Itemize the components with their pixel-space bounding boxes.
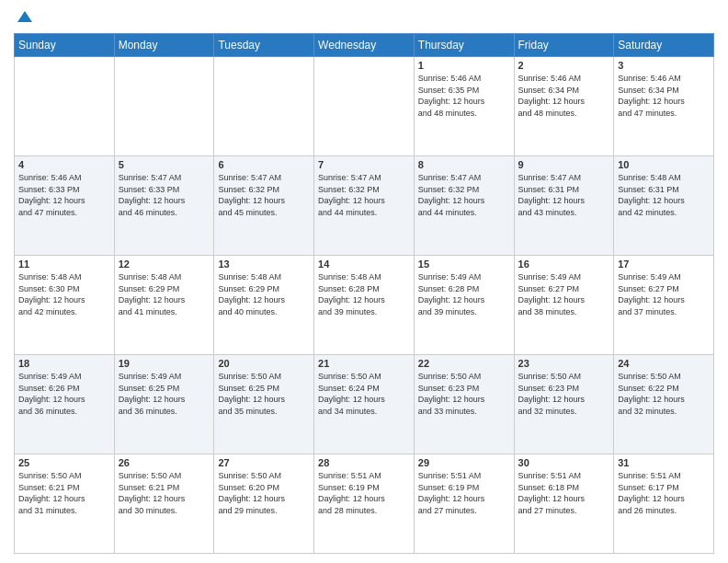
calendar-cell: 15Sunrise: 5:49 AM Sunset: 6:28 PM Dayli…	[414, 256, 514, 355]
calendar-cell	[314, 57, 415, 156]
calendar-cell: 22Sunrise: 5:50 AM Sunset: 6:23 PM Dayli…	[414, 355, 514, 454]
logo-text	[14, 9, 34, 28]
cell-info: Sunrise: 5:46 AM Sunset: 6:34 PM Dayligh…	[518, 73, 610, 119]
logo	[14, 9, 34, 28]
calendar-cell: 25Sunrise: 5:50 AM Sunset: 6:21 PM Dayli…	[15, 454, 115, 554]
calendar-cell: 7Sunrise: 5:47 AM Sunset: 6:32 PM Daylig…	[314, 156, 415, 256]
calendar-cell: 26Sunrise: 5:50 AM Sunset: 6:21 PM Dayli…	[114, 454, 214, 554]
day-header-sunday: Sunday	[15, 34, 115, 57]
day-number: 10	[618, 159, 710, 170]
calendar-body: 1Sunrise: 5:46 AM Sunset: 6:35 PM Daylig…	[15, 57, 714, 554]
header	[14, 9, 714, 28]
day-number: 12	[119, 259, 210, 270]
calendar-cell: 30Sunrise: 5:51 AM Sunset: 6:18 PM Dayli…	[514, 454, 614, 554]
day-number: 26	[119, 457, 210, 468]
week-row-0: 1Sunrise: 5:46 AM Sunset: 6:35 PM Daylig…	[15, 57, 714, 156]
calendar-cell: 27Sunrise: 5:50 AM Sunset: 6:20 PM Dayli…	[214, 454, 314, 554]
day-header-tuesday: Tuesday	[214, 34, 314, 57]
calendar-cell	[214, 57, 314, 156]
cell-info: Sunrise: 5:51 AM Sunset: 6:18 PM Dayligh…	[518, 470, 610, 516]
calendar-cell: 9Sunrise: 5:47 AM Sunset: 6:31 PM Daylig…	[514, 156, 614, 256]
cell-info: Sunrise: 5:46 AM Sunset: 6:35 PM Dayligh…	[418, 73, 510, 119]
cell-info: Sunrise: 5:51 AM Sunset: 6:19 PM Dayligh…	[418, 470, 510, 516]
calendar-cell	[114, 57, 214, 156]
day-number: 20	[218, 358, 310, 369]
calendar-cell: 10Sunrise: 5:48 AM Sunset: 6:31 PM Dayli…	[614, 156, 714, 256]
calendar-cell: 24Sunrise: 5:50 AM Sunset: 6:22 PM Dayli…	[614, 355, 714, 454]
calendar-cell: 29Sunrise: 5:51 AM Sunset: 6:19 PM Dayli…	[414, 454, 514, 554]
cell-info: Sunrise: 5:47 AM Sunset: 6:32 PM Dayligh…	[418, 172, 510, 218]
calendar-cell: 19Sunrise: 5:49 AM Sunset: 6:25 PM Dayli…	[114, 355, 214, 454]
page: SundayMondayTuesdayWednesdayThursdayFrid…	[0, 0, 728, 563]
cell-info: Sunrise: 5:48 AM Sunset: 6:28 PM Dayligh…	[318, 271, 410, 317]
day-number: 21	[318, 358, 410, 369]
calendar-cell: 20Sunrise: 5:50 AM Sunset: 6:25 PM Dayli…	[214, 355, 314, 454]
day-number: 17	[618, 259, 710, 270]
day-number: 27	[218, 457, 310, 468]
day-header-thursday: Thursday	[414, 34, 514, 57]
day-number: 4	[18, 159, 110, 170]
calendar-cell: 28Sunrise: 5:51 AM Sunset: 6:19 PM Dayli…	[314, 454, 415, 554]
calendar-cell: 16Sunrise: 5:49 AM Sunset: 6:27 PM Dayli…	[514, 256, 614, 355]
day-number: 19	[119, 358, 210, 369]
cell-info: Sunrise: 5:48 AM Sunset: 6:31 PM Dayligh…	[618, 172, 710, 218]
calendar-cell: 6Sunrise: 5:47 AM Sunset: 6:32 PM Daylig…	[214, 156, 314, 256]
calendar-cell: 1Sunrise: 5:46 AM Sunset: 6:35 PM Daylig…	[414, 57, 514, 156]
calendar-table: SundayMondayTuesdayWednesdayThursdayFrid…	[14, 33, 714, 554]
calendar-cell: 2Sunrise: 5:46 AM Sunset: 6:34 PM Daylig…	[514, 57, 614, 156]
cell-info: Sunrise: 5:49 AM Sunset: 6:27 PM Dayligh…	[518, 271, 610, 317]
calendar-cell: 21Sunrise: 5:50 AM Sunset: 6:24 PM Dayli…	[314, 355, 415, 454]
calendar-cell: 11Sunrise: 5:48 AM Sunset: 6:30 PM Dayli…	[15, 256, 115, 355]
cell-info: Sunrise: 5:49 AM Sunset: 6:27 PM Dayligh…	[618, 271, 710, 317]
cell-info: Sunrise: 5:47 AM Sunset: 6:32 PM Dayligh…	[318, 172, 410, 218]
calendar-cell: 12Sunrise: 5:48 AM Sunset: 6:29 PM Dayli…	[114, 256, 214, 355]
svg-marker-0	[17, 11, 32, 22]
day-number: 9	[518, 159, 610, 170]
day-number: 8	[418, 159, 510, 170]
day-number: 30	[518, 457, 610, 468]
cell-info: Sunrise: 5:49 AM Sunset: 6:25 PM Dayligh…	[119, 371, 210, 417]
calendar-cell: 23Sunrise: 5:50 AM Sunset: 6:23 PM Dayli…	[514, 355, 614, 454]
calendar-cell: 31Sunrise: 5:51 AM Sunset: 6:17 PM Dayli…	[614, 454, 714, 554]
cell-info: Sunrise: 5:46 AM Sunset: 6:34 PM Dayligh…	[618, 73, 710, 119]
day-number: 11	[18, 259, 110, 270]
cell-info: Sunrise: 5:46 AM Sunset: 6:33 PM Dayligh…	[18, 172, 110, 218]
day-header-monday: Monday	[114, 34, 214, 57]
cell-info: Sunrise: 5:49 AM Sunset: 6:28 PM Dayligh…	[418, 271, 510, 317]
cell-info: Sunrise: 5:50 AM Sunset: 6:21 PM Dayligh…	[18, 470, 110, 516]
cell-info: Sunrise: 5:50 AM Sunset: 6:24 PM Dayligh…	[318, 371, 410, 417]
cell-info: Sunrise: 5:48 AM Sunset: 6:29 PM Dayligh…	[119, 271, 210, 317]
day-number: 5	[119, 159, 210, 170]
cell-info: Sunrise: 5:48 AM Sunset: 6:29 PM Dayligh…	[218, 271, 310, 317]
day-number: 7	[318, 159, 410, 170]
week-row-2: 11Sunrise: 5:48 AM Sunset: 6:30 PM Dayli…	[15, 256, 714, 355]
logo-icon	[16, 9, 34, 28]
cell-info: Sunrise: 5:47 AM Sunset: 6:31 PM Dayligh…	[518, 172, 610, 218]
day-number: 3	[618, 60, 710, 71]
cell-info: Sunrise: 5:48 AM Sunset: 6:30 PM Dayligh…	[18, 271, 110, 317]
day-number: 14	[318, 259, 410, 270]
week-row-4: 25Sunrise: 5:50 AM Sunset: 6:21 PM Dayli…	[15, 454, 714, 554]
calendar-cell: 5Sunrise: 5:47 AM Sunset: 6:33 PM Daylig…	[114, 156, 214, 256]
day-number: 25	[18, 457, 110, 468]
cell-info: Sunrise: 5:50 AM Sunset: 6:20 PM Dayligh…	[218, 470, 310, 516]
cell-info: Sunrise: 5:50 AM Sunset: 6:21 PM Dayligh…	[119, 470, 210, 516]
day-number: 24	[618, 358, 710, 369]
calendar-cell: 17Sunrise: 5:49 AM Sunset: 6:27 PM Dayli…	[614, 256, 714, 355]
calendar-cell: 14Sunrise: 5:48 AM Sunset: 6:28 PM Dayli…	[314, 256, 415, 355]
day-number: 2	[518, 60, 610, 71]
calendar-cell	[15, 57, 115, 156]
calendar-cell: 13Sunrise: 5:48 AM Sunset: 6:29 PM Dayli…	[214, 256, 314, 355]
week-row-3: 18Sunrise: 5:49 AM Sunset: 6:26 PM Dayli…	[15, 355, 714, 454]
day-number: 1	[418, 60, 510, 71]
calendar-cell: 8Sunrise: 5:47 AM Sunset: 6:32 PM Daylig…	[414, 156, 514, 256]
calendar-cell: 4Sunrise: 5:46 AM Sunset: 6:33 PM Daylig…	[15, 156, 115, 256]
cell-info: Sunrise: 5:50 AM Sunset: 6:23 PM Dayligh…	[518, 371, 610, 417]
day-header-wednesday: Wednesday	[314, 34, 415, 57]
cell-info: Sunrise: 5:50 AM Sunset: 6:22 PM Dayligh…	[618, 371, 710, 417]
cell-info: Sunrise: 5:49 AM Sunset: 6:26 PM Dayligh…	[18, 371, 110, 417]
cell-info: Sunrise: 5:47 AM Sunset: 6:33 PM Dayligh…	[119, 172, 210, 218]
day-number: 28	[318, 457, 410, 468]
cell-info: Sunrise: 5:50 AM Sunset: 6:23 PM Dayligh…	[418, 371, 510, 417]
day-header-friday: Friday	[514, 34, 614, 57]
